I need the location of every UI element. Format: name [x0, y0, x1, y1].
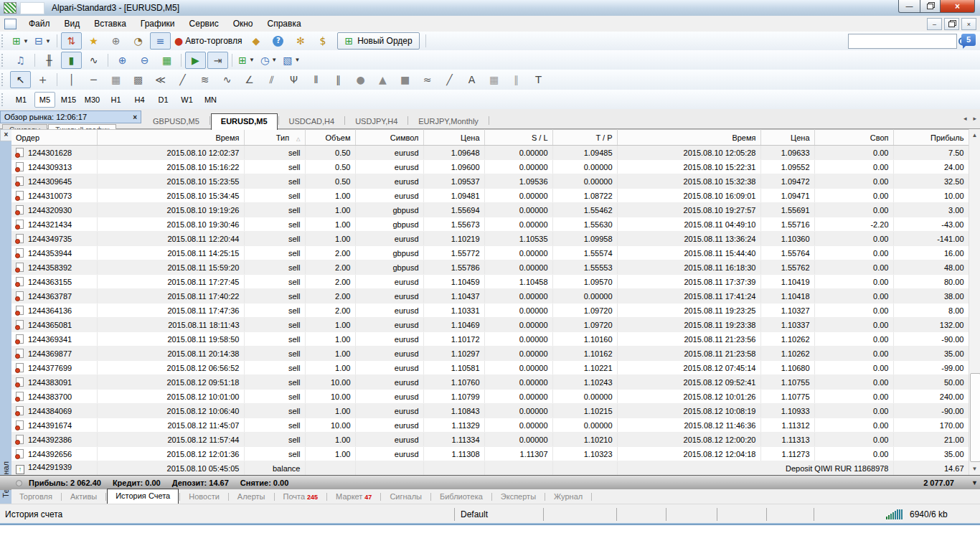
new-chart-dropdown-icon[interactable]: ▼: [23, 38, 29, 44]
terminal-tab-experts[interactable]: Эксперты: [493, 490, 544, 504]
timeframe-h4[interactable]: H4: [129, 92, 150, 108]
trendline-button[interactable]: ╱: [439, 71, 460, 88]
column-header[interactable]: Тип△: [244, 130, 305, 146]
timeframe-h1[interactable]: H1: [105, 92, 126, 108]
timeframe-mn[interactable]: MN: [200, 92, 221, 108]
data-window-button[interactable]: ★: [83, 32, 104, 50]
order-row[interactable]: 12443637872015.08.11 17:40:22sell2.00eur…: [11, 289, 969, 303]
metaeditor-button[interactable]: $: [312, 32, 333, 50]
market-watch-close-icon[interactable]: ×: [133, 113, 137, 121]
toolbar-grip[interactable]: [1, 73, 6, 86]
chart-tab-eurusd-m5[interactable]: EURUSD,M5: [211, 113, 278, 130]
scripts-button[interactable]: ◆: [245, 32, 266, 50]
order-row[interactable]: 12443539442015.08.11 14:25:15sell2.00gbp…: [11, 246, 969, 260]
order-row[interactable]: 12443016282015.08.10 12:02:37sell0.50eur…: [11, 146, 969, 160]
close-button[interactable]: ×: [940, 0, 975, 13]
notification-badge[interactable]: 5: [961, 34, 976, 46]
order-row[interactable]: 12443583922015.08.11 15:59:20sell2.00gbp…: [11, 260, 969, 275]
gann-line-button[interactable]: ╱: [172, 71, 193, 88]
order-row[interactable]: 12443641362015.08.11 17:47:36sell2.00eur…: [11, 303, 969, 318]
elliott-correction-button[interactable]: ≈: [417, 71, 438, 88]
timeframe-d1[interactable]: D1: [153, 92, 174, 108]
vertical-line-button[interactable]: │: [61, 71, 82, 88]
new-chart-button[interactable]: ⊞▼: [10, 32, 31, 50]
tile-windows-button[interactable]: ▦: [156, 52, 177, 69]
column-header[interactable]: Своп: [814, 130, 893, 146]
order-row[interactable]: 12443497352015.08.11 12:20:44sell1.00eur…: [11, 232, 969, 246]
order-row[interactable]: 12443916742015.08.12 11:45:07sell10.00eu…: [11, 418, 969, 433]
expert-advisors-button[interactable]: ✻: [290, 32, 311, 50]
elliott-impulse-button[interactable]: ∿: [217, 71, 237, 88]
chart-tab-gbpusd-m5[interactable]: GBPUSD,M5: [143, 114, 209, 129]
menu-item-service[interactable]: Сервис: [182, 17, 226, 31]
terminal-tab-assets[interactable]: Активы: [62, 490, 105, 504]
order-row[interactable]: 12443837002015.08.12 10:01:00sell10.00eu…: [11, 390, 969, 404]
column-header[interactable]: Время: [97, 130, 244, 146]
line-chart-button[interactable]: ∿: [83, 52, 104, 69]
column-header[interactable]: Цена: [423, 130, 484, 146]
strategy-tester-button[interactable]: ◔: [128, 32, 149, 50]
chart-shift-button[interactable]: ⇥: [207, 52, 228, 69]
bar-chart-button[interactable]: ╫: [39, 52, 60, 69]
add-indicator-button[interactable]: ⊞▼: [236, 52, 257, 69]
grid-tool-button[interactable]: ▦: [484, 71, 504, 88]
column-header[interactable]: Цена: [760, 130, 814, 146]
ellipse-shape-button[interactable]: ●: [350, 71, 371, 88]
column-header[interactable]: Время: [617, 130, 760, 146]
summary-dropdown-icon[interactable]: ▼: [971, 479, 978, 486]
child-close-button[interactable]: ×: [961, 18, 976, 30]
column-header[interactable]: Символ: [355, 130, 423, 146]
terminal-tab-library[interactable]: Библиотека: [432, 490, 491, 504]
text-label-button[interactable]: A: [461, 71, 482, 88]
terminal-close-icon[interactable]: ×: [0, 129, 12, 141]
order-row[interactable]: 12443926562015.08.12 12:01:36sell1.00eur…: [11, 447, 969, 461]
rays-button[interactable]: ≪: [150, 71, 171, 88]
market-watch-tab-tick-chart[interactable]: Тиковый график: [48, 124, 116, 129]
order-row[interactable]: 12443093132015.08.10 15:16:22sell0.50eur…: [11, 160, 969, 174]
toolbar-grip[interactable]: [1, 34, 6, 47]
candlestick-chart-button[interactable]: ▮: [61, 52, 82, 69]
zoom-out-button[interactable]: ⊖: [134, 52, 155, 69]
market-watch-button[interactable]: ⇅: [61, 32, 82, 50]
terminal-tab-news[interactable]: Новости: [181, 490, 227, 504]
text-mark-button[interactable]: T: [528, 71, 549, 88]
menu-item-charts[interactable]: Графики: [133, 17, 182, 31]
terminal-button[interactable]: ≡: [150, 32, 171, 50]
menu-item-insert[interactable]: Вставка: [87, 17, 133, 31]
timeframe-m5[interactable]: M5: [34, 92, 55, 108]
timeframe-m1[interactable]: M1: [11, 92, 32, 108]
chart-window-icon[interactable]: [4, 19, 17, 29]
add-indicator-dropdown-icon[interactable]: ▼: [249, 57, 255, 63]
column-header[interactable]: T / P: [552, 130, 617, 146]
column-header[interactable]: Объем: [305, 130, 355, 146]
zoom-in-button[interactable]: ⊕: [112, 52, 133, 69]
cursor-button[interactable]: ↖: [10, 71, 31, 88]
terminal-tab-market[interactable]: Маркет47: [328, 490, 380, 504]
auto-scroll-button[interactable]: ▶: [185, 52, 206, 69]
timeframe-m15[interactable]: M15: [58, 92, 79, 108]
crosshair-tool-button[interactable]: ⊕: [105, 32, 126, 50]
order-row[interactable]: 12443840692015.08.12 10:06:40sell1.00eur…: [11, 404, 969, 418]
market-watch-tab-symbols[interactable]: Символы: [2, 124, 47, 129]
order-row[interactable]: 12443650812015.08.11 18:11:43sell1.00eur…: [11, 318, 969, 332]
search-input[interactable]: [849, 36, 958, 47]
timeframe-m30[interactable]: M30: [82, 92, 103, 108]
fibo-retracement-button[interactable]: ≋: [194, 71, 215, 88]
order-row[interactable]: 12443100732015.08.10 15:34:45sell1.00eur…: [11, 189, 969, 203]
periods-dropdown-icon[interactable]: ▼: [271, 57, 277, 63]
terminal-tab-mailbox[interactable]: Почта245: [275, 490, 326, 504]
terminal-tab-signals[interactable]: Сигналы: [382, 490, 430, 504]
chart-tab-usdjpy-h4[interactable]: USDJPY,H4: [346, 114, 407, 129]
table-scrollbar[interactable]: ▲ ▼: [969, 129, 980, 475]
child-minimize-button[interactable]: –: [927, 18, 942, 30]
terminal-tab-trade[interactable]: Торговля: [11, 490, 60, 504]
fibo-timezones-button[interactable]: ⫴: [306, 71, 326, 88]
profiles-dropdown-icon[interactable]: ▼: [45, 38, 51, 44]
status-profile[interactable]: Default: [455, 508, 544, 521]
help-button[interactable]: ?: [268, 32, 288, 50]
fibo-grid-button[interactable]: ▦: [105, 71, 126, 88]
triangle-shape-button[interactable]: ▲: [372, 71, 393, 88]
terminal-tab-account-history[interactable]: История Счета: [107, 489, 179, 504]
terminal-tab-journal[interactable]: Журнал: [546, 490, 590, 504]
scroll-up-icon[interactable]: ▲: [969, 130, 980, 141]
